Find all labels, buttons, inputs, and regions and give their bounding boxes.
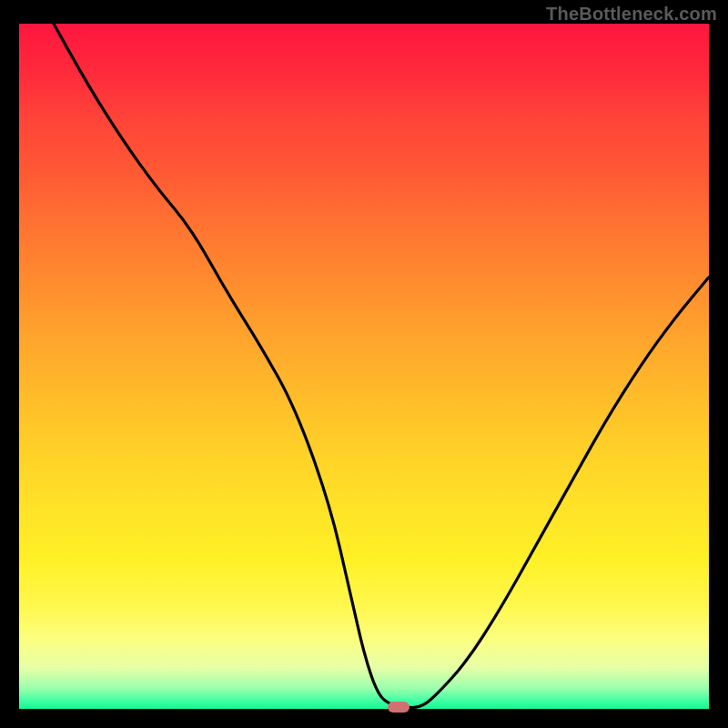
curve-svg — [19, 24, 709, 709]
optimal-marker — [388, 702, 410, 713]
chart-frame: TheBottleneck.com — [0, 0, 728, 728]
plot-area — [19, 24, 709, 709]
watermark-text: TheBottleneck.com — [546, 4, 717, 25]
bottleneck-curve — [54, 24, 709, 707]
